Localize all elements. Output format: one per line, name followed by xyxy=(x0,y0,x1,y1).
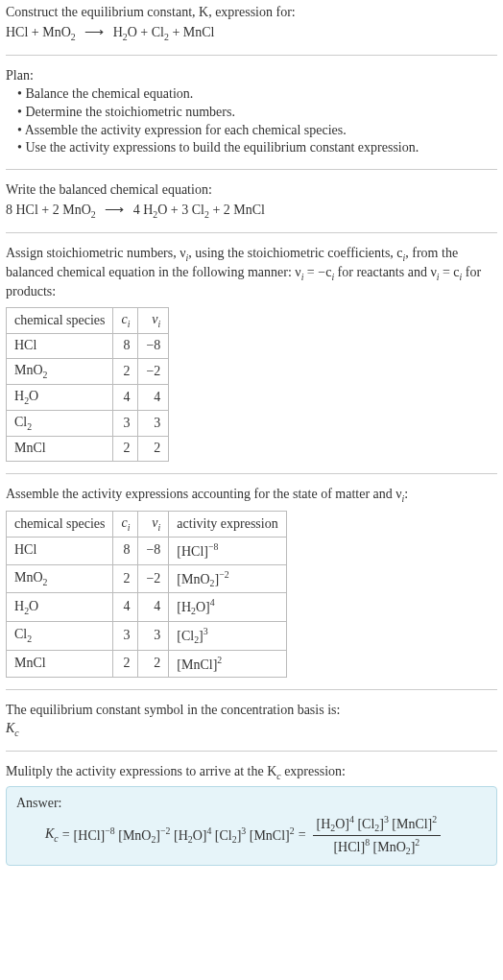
col-ci: ci xyxy=(113,512,138,538)
table-row: Cl2 3 3 [Cl2]3 xyxy=(7,621,287,650)
activity-table: chemical species ci νi activity expressi… xyxy=(6,511,287,678)
assign-text: Assign stoichiometric numbers, νi, using… xyxy=(6,245,497,301)
ci-cell: 8 xyxy=(113,334,138,359)
table-row: MnCl 2 2 [MnCl]2 xyxy=(7,650,287,678)
divider xyxy=(6,689,497,690)
col-nui: νi xyxy=(138,308,169,334)
assemble-text: Assemble the activity expressions accoun… xyxy=(6,486,497,505)
kc-symbol-text: The equilibrium constant symbol in the c… xyxy=(6,702,497,720)
unbalanced-equation: HCl + MnO2 ⟶ H2O + Cl2 + MnCl xyxy=(6,24,497,43)
activity-cell: [H2O]4 xyxy=(169,593,286,622)
nui-cell: 2 xyxy=(138,650,169,678)
plan-item: • Determine the stoichiometric numbers. xyxy=(17,104,497,122)
species-cell: MnCl xyxy=(7,437,113,462)
species-cell: Cl2 xyxy=(7,621,113,650)
answer-expression: Kc = [HCl]−8 [MnO2]−2 [H2O]4 [Cl2]3 [MnC… xyxy=(16,813,487,857)
table-row: H2O 4 4 [H2O]4 xyxy=(7,593,287,622)
nui-cell: 2 xyxy=(138,437,169,462)
balanced-heading: Write the balanced chemical equation: xyxy=(6,181,497,200)
table-row: MnCl 2 2 xyxy=(7,437,169,462)
plan-item: • Use the activity expressions to build … xyxy=(17,139,497,157)
table-header-row: chemical species ci νi xyxy=(7,308,169,334)
stoich-table: chemical species ci νi HCl 8 −8 MnO2 2 −… xyxy=(6,307,169,462)
species-cell: Cl2 xyxy=(7,411,113,437)
nui-cell: −8 xyxy=(138,538,169,565)
col-species: chemical species xyxy=(7,308,113,334)
nui-cell: 3 xyxy=(138,411,169,437)
ci-cell: 3 xyxy=(113,621,138,650)
divider xyxy=(6,232,497,233)
ci-cell: 2 xyxy=(113,359,138,385)
answer-box: Answer: Kc = [HCl]−8 [MnO2]−2 [H2O]4 [Cl… xyxy=(6,786,497,866)
table-header-row: chemical species ci νi activity expressi… xyxy=(7,512,287,538)
ci-cell: 2 xyxy=(113,650,138,678)
nui-cell: 4 xyxy=(138,593,169,622)
divider xyxy=(6,169,497,170)
nui-cell: −2 xyxy=(138,564,169,593)
plan-list: • Balance the chemical equation. • Deter… xyxy=(6,85,497,158)
nui-cell: −2 xyxy=(138,359,169,385)
col-activity: activity expression xyxy=(169,512,286,538)
species-cell: MnO2 xyxy=(7,564,113,593)
multiply-text: Mulitply the activity expressions to arr… xyxy=(6,763,497,782)
activity-cell: [HCl]−8 xyxy=(169,538,286,565)
ci-cell: 2 xyxy=(113,437,138,462)
ci-cell: 8 xyxy=(113,538,138,565)
nui-cell: 4 xyxy=(138,385,169,411)
col-nui: νi xyxy=(138,512,169,538)
balanced-equation: 8 HCl + 2 MnO2 ⟶ 4 H2O + 3 Cl2 + 2 MnCl xyxy=(6,202,497,221)
answer-label: Answer: xyxy=(16,795,487,813)
ci-cell: 4 xyxy=(113,385,138,411)
ci-cell: 4 xyxy=(113,593,138,622)
ci-cell: 2 xyxy=(113,564,138,593)
col-species: chemical species xyxy=(7,512,113,538)
table-row: Cl2 3 3 xyxy=(7,411,169,437)
table-row: HCl 8 −8 xyxy=(7,334,169,359)
kc-symbol: Kc xyxy=(6,720,497,739)
activity-cell: [Cl2]3 xyxy=(169,621,286,650)
divider xyxy=(6,55,497,56)
plan-item: • Balance the chemical equation. xyxy=(17,85,497,104)
table-row: MnO2 2 −2 [MnO2]−2 xyxy=(7,564,287,593)
nui-cell: −8 xyxy=(138,334,169,359)
question-intro: Construct the equilibrium constant, K, e… xyxy=(6,4,497,22)
species-cell: MnCl xyxy=(7,650,113,678)
table-row: HCl 8 −8 [HCl]−8 xyxy=(7,538,287,565)
plan-heading: Plan: xyxy=(6,67,497,85)
nui-cell: 3 xyxy=(138,621,169,650)
col-ci: ci xyxy=(113,308,138,334)
activity-cell: [MnCl]2 xyxy=(169,650,286,678)
divider xyxy=(6,751,497,752)
activity-cell: [MnO2]−2 xyxy=(169,564,286,593)
table-row: MnO2 2 −2 xyxy=(7,359,169,385)
table-row: H2O 4 4 xyxy=(7,385,169,411)
species-cell: MnO2 xyxy=(7,359,113,385)
species-cell: H2O xyxy=(7,593,113,622)
species-cell: H2O xyxy=(7,385,113,411)
ci-cell: 3 xyxy=(113,411,138,437)
divider xyxy=(6,473,497,474)
species-cell: HCl xyxy=(7,538,113,565)
plan-item: • Assemble the activity expression for e… xyxy=(17,122,497,140)
species-cell: HCl xyxy=(7,334,113,359)
